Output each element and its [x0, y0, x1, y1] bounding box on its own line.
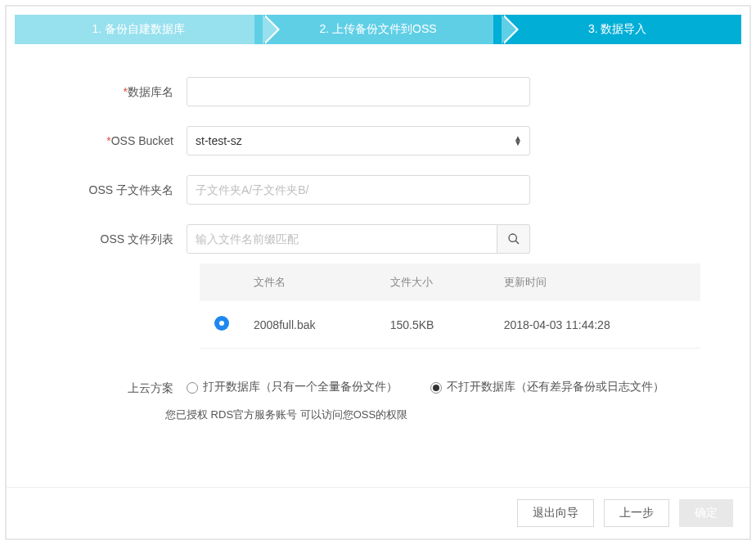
dialog-container: 1. 备份自建数据库 2. 上传备份文件到OSS 3. 数据导入 *数据库名 *… [5, 5, 751, 540]
dialog-footer: 退出向导 上一步 确定 [7, 487, 749, 538]
row-select-cell[interactable] [214, 316, 254, 333]
subfolder-label: OSS 子文件夹名 [56, 175, 187, 205]
file-table: 文件名 文件大小 更新时间 2008full.bak 150.5KB 2018-… [200, 263, 700, 349]
row-db-name: *数据库名 [56, 77, 700, 106]
file-search-input[interactable] [187, 224, 497, 254]
radio-selected-icon [214, 316, 229, 331]
prev-step-button[interactable]: 上一步 [604, 499, 669, 527]
row-filelist: OSS 文件列表 [56, 224, 700, 254]
file-search-button[interactable] [497, 224, 530, 254]
file-time-cell: 2018-04-03 11:44:28 [504, 318, 686, 331]
db-name-input[interactable] [187, 77, 530, 106]
select-caret-icon: ▲▼ [514, 136, 522, 146]
row-oss-bucket: *OSS Bucket ▲▼ [56, 126, 700, 155]
oss-bucket-label: *OSS Bucket [56, 126, 187, 155]
file-table-row[interactable]: 2008full.bak 150.5KB 2018-04-03 11:44:28 [200, 301, 700, 349]
file-table-header: 文件名 文件大小 更新时间 [200, 263, 700, 301]
oss-bucket-select[interactable]: ▲▼ [187, 126, 530, 155]
row-cloud-plan: 上云方案 打开数据库（只有一个全量备份文件） 不打开数据库（还有差异备份或日志文… [56, 380, 700, 396]
subfolder-input[interactable] [187, 175, 530, 205]
step-1-label: 1. 备份自建数据库 [92, 22, 186, 37]
step-arrow [502, 15, 516, 44]
plan-option-open-label: 打开数据库（只有一个全量备份文件） [203, 380, 398, 394]
file-size-cell: 150.5KB [390, 318, 504, 331]
file-name-cell: 2008full.bak [254, 318, 390, 331]
step-upload: 2. 上传备份文件到OSS [254, 15, 502, 44]
step-import: 3. 数据导入 [493, 15, 741, 44]
step-backup: 1. 备份自建数据库 [15, 15, 263, 44]
confirm-button[interactable]: 确定 [679, 499, 733, 527]
db-name-label: *数据库名 [56, 77, 187, 106]
col-size-header: 文件大小 [390, 275, 504, 290]
radio-unselected-icon [187, 382, 198, 394]
file-search-group [187, 224, 530, 254]
step-3-label: 3. 数据导入 [588, 22, 647, 37]
svg-point-0 [509, 234, 516, 241]
plan-option-noopen-label: 不打开数据库（还有差异备份或日志文件） [447, 380, 664, 394]
svg-line-1 [515, 241, 519, 244]
col-time-header: 更新时间 [504, 275, 686, 290]
plan-label: 上云方案 [105, 380, 187, 396]
form-area: *数据库名 *OSS Bucket ▲▼ OSS 子文件夹名 [7, 44, 749, 439]
step-2-label: 2. 上传备份文件到OSS [319, 22, 436, 37]
filelist-label: OSS 文件列表 [56, 224, 187, 254]
search-icon [507, 232, 520, 245]
plan-option-open[interactable]: 打开数据库（只有一个全量备份文件） [187, 380, 398, 394]
col-name-header: 文件名 [254, 275, 390, 290]
oss-bucket-value[interactable] [187, 126, 530, 155]
wizard-stepper: 1. 备份自建数据库 2. 上传备份文件到OSS 3. 数据导入 [15, 15, 741, 44]
row-subfolder: OSS 子文件夹名 [56, 175, 700, 205]
exit-wizard-button[interactable]: 退出向导 [517, 499, 594, 527]
radio-selected-icon [430, 382, 442, 394]
plan-option-noopen[interactable]: 不打开数据库（还有差异备份或日志文件） [430, 380, 664, 394]
auth-text: 您已授权 RDS官方服务账号 可以访问您OSS的权限 [56, 408, 700, 422]
step-arrow [263, 15, 277, 44]
